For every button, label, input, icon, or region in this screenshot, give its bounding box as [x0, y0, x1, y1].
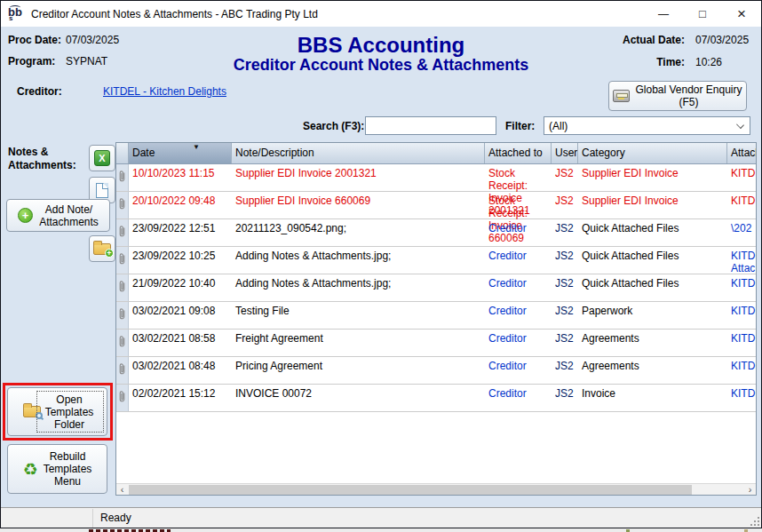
minimize-button[interactable]: — — [644, 1, 683, 27]
maximize-button[interactable]: □ — [683, 1, 722, 27]
cell-category: Supplier EDI Invoice — [578, 164, 727, 191]
paperclip-icon — [118, 362, 126, 376]
column-header-date[interactable]: Date▼ — [129, 143, 232, 163]
window-title: Creditor Account Notes & Attachments - A… — [31, 8, 644, 20]
table-row[interactable]: 03/02/2021 09:08 Testing File Creditor J… — [116, 302, 756, 330]
cell-user: JS2 — [552, 302, 578, 329]
global-vendor-enquiry-label: Global Vendor Enquiry (F5) — [635, 83, 742, 108]
cell-attached-to[interactable]: Stock Receipt: Invoice 660069 — [485, 192, 552, 218]
cell-attached-to[interactable]: Creditor — [485, 302, 552, 329]
resize-grip[interactable] — [750, 517, 759, 526]
notes-attachments-label: Notes & Attachments: — [8, 146, 76, 172]
column-header-user[interactable]: User — [552, 143, 578, 163]
filter-dropdown[interactable]: (All) — [544, 116, 750, 135]
attachment-indicator-cell — [116, 192, 129, 218]
cell-date: 03/02/2021 08:48 — [129, 357, 232, 384]
cell-date: 23/09/2022 10:25 — [129, 247, 232, 274]
desktop-sliver — [0, 528, 762, 532]
cell-attached-to[interactable]: Creditor — [485, 330, 552, 356]
cell-category: Quick Attached Files — [578, 219, 727, 246]
cell-attachment[interactable]: KITD — [727, 164, 756, 191]
paperclip-icon — [118, 307, 126, 321]
cell-category: Supplier EDI Invoice — [578, 192, 727, 218]
paperclip-icon — [118, 252, 126, 266]
attachment-indicator-cell — [116, 274, 129, 301]
cell-date: 03/02/2021 08:58 — [129, 330, 232, 356]
table-row[interactable]: 10/10/2023 11:15 Supplier EDI Invoice 20… — [116, 164, 756, 192]
rebuild-templates-menu-button[interactable]: ♻ Rebuild Templates Menu — [7, 444, 107, 494]
column-header-clip — [116, 143, 129, 163]
cell-date: 20/10/2022 09:48 — [129, 192, 232, 218]
open-templates-folder-button[interactable]: Open Templates Folder — [7, 387, 107, 436]
cell-attached-to[interactable]: Creditor — [485, 219, 552, 246]
cell-user: JS2 — [552, 192, 578, 218]
table-row[interactable]: 03/02/2021 08:48 Pricing Agreement Credi… — [116, 357, 756, 385]
quick-attach-folder-button[interactable]: + — [89, 235, 115, 262]
cell-attachment[interactable]: KITD — [727, 192, 756, 218]
status-segment — [1, 509, 93, 528]
table-row[interactable]: 20/10/2022 09:48 Supplier EDI Invoice 66… — [116, 192, 756, 219]
table-row[interactable]: 23/09/2022 12:51 20211123_090542.png; Cr… — [116, 219, 756, 247]
export-excel-button[interactable]: X — [89, 145, 115, 171]
creditor-link[interactable]: KITDEL - Kitchen Delights — [103, 85, 226, 98]
cell-category: Agreements — [578, 357, 727, 384]
table-body: 10/10/2023 11:15 Supplier EDI Invoice 20… — [116, 164, 756, 484]
cell-attached-to[interactable]: Creditor — [485, 357, 552, 384]
bbs-app-icon: bbs — [8, 6, 26, 22]
cell-attached-to[interactable]: Creditor — [485, 247, 552, 274]
cell-date: 10/10/2023 11:15 — [129, 164, 232, 191]
cell-attachment[interactable]: KITD — [727, 274, 756, 301]
global-vendor-enquiry-button[interactable]: Global Vendor Enquiry (F5) — [608, 81, 747, 111]
table-row[interactable]: 03/02/2021 08:58 Freight Agreement Credi… — [116, 330, 756, 357]
cell-category: Quick Attached Files — [578, 274, 727, 301]
status-bar: Ready — [1, 507, 761, 528]
cell-user: JS2 — [552, 330, 578, 356]
cell-date: 23/09/2022 12:51 — [129, 219, 232, 246]
attachment-indicator-cell — [116, 219, 129, 246]
close-button[interactable]: × — [722, 1, 761, 27]
column-header-attachment[interactable]: Attachment — [727, 143, 757, 163]
cell-category: Paperwork — [578, 302, 727, 329]
table-row[interactable]: 21/09/2022 10:40 Adding Notes & Attachme… — [116, 274, 756, 302]
cell-note-description: Supplier EDI Invoice 2001321 — [232, 164, 485, 191]
table-row[interactable]: 23/09/2022 10:25 Adding Notes & Attachme… — [116, 247, 756, 274]
card-file-icon — [613, 90, 630, 102]
titlebar[interactable]: bbs Creditor Account Notes & Attachments… — [1, 1, 761, 27]
cell-note-description: 20211123_090542.png; — [232, 219, 485, 246]
table-header-row: Date▼ Note/Description Attached to User … — [116, 143, 756, 164]
column-header-attached-to[interactable]: Attached to — [485, 143, 552, 163]
cell-date: 03/02/2021 09:08 — [129, 302, 232, 329]
cell-attached-to[interactable]: Creditor — [485, 274, 552, 301]
attachment-indicator-cell — [116, 385, 129, 411]
attachment-indicator-cell — [116, 302, 129, 329]
table-row[interactable]: 02/02/2021 15:12 INVOICE 00072 Creditor … — [116, 385, 756, 412]
screen: bbs Creditor Account Notes & Attachments… — [0, 0, 762, 532]
cell-attachment[interactable]: KITD Attac — [727, 247, 756, 274]
time-value: 10:26 — [695, 56, 722, 68]
column-header-note[interactable]: Note/Description — [232, 143, 485, 163]
folder-add-icon: + — [93, 243, 111, 255]
scroll-left-icon[interactable]: ‹ — [116, 484, 128, 495]
paperclip-icon — [118, 170, 126, 183]
horizontal-scrollbar[interactable]: ‹ › — [116, 483, 756, 495]
add-note-attachments-button[interactable]: + Add Note/ Attachments — [6, 199, 110, 232]
time-label: Time: — [656, 56, 685, 68]
cell-note-description: Testing File — [232, 302, 485, 329]
cell-attachment[interactable]: KITD — [727, 385, 756, 411]
notes-table: Date▼ Note/Description Attached to User … — [115, 142, 757, 496]
search-input[interactable] — [365, 116, 496, 135]
cell-attachment[interactable]: \202 — [727, 219, 756, 246]
search-label: Search (F3): — [303, 120, 364, 132]
cell-user: JS2 — [552, 385, 578, 411]
scrollbar-thumb[interactable] — [129, 485, 692, 495]
status-text: Ready — [100, 512, 131, 524]
cell-attachment[interactable]: KITD — [727, 302, 756, 329]
cell-attachment[interactable]: KITD — [727, 330, 756, 356]
paperclip-icon — [118, 197, 126, 210]
scroll-right-icon[interactable]: › — [744, 484, 756, 495]
cell-attachment[interactable]: KITD — [727, 357, 756, 384]
column-header-category[interactable]: Category — [578, 143, 727, 163]
attachment-indicator-cell — [116, 357, 129, 384]
cell-attached-to[interactable]: Creditor — [485, 385, 552, 411]
cell-attached-to[interactable]: Stock Receipt: Invoice 2001321 — [485, 164, 552, 191]
